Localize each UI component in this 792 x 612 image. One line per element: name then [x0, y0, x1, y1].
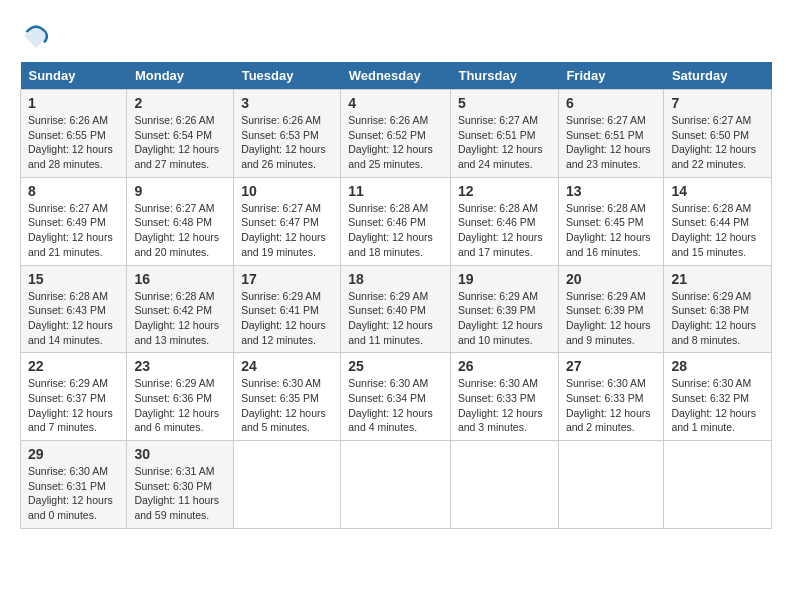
day-detail: Sunrise: 6:28 AM Sunset: 6:42 PM Dayligh…: [134, 289, 226, 348]
calendar-cell: 25Sunrise: 6:30 AM Sunset: 6:34 PM Dayli…: [341, 353, 451, 441]
day-detail: Sunrise: 6:28 AM Sunset: 6:43 PM Dayligh…: [28, 289, 119, 348]
page-header: [20, 20, 772, 52]
day-number: 8: [28, 183, 119, 199]
day-detail: Sunrise: 6:27 AM Sunset: 6:49 PM Dayligh…: [28, 201, 119, 260]
calendar-cell: 21Sunrise: 6:29 AM Sunset: 6:38 PM Dayli…: [664, 265, 772, 353]
calendar-cell: 18Sunrise: 6:29 AM Sunset: 6:40 PM Dayli…: [341, 265, 451, 353]
day-number: 19: [458, 271, 551, 287]
day-detail: Sunrise: 6:27 AM Sunset: 6:47 PM Dayligh…: [241, 201, 333, 260]
day-number: 16: [134, 271, 226, 287]
calendar-cell: 8Sunrise: 6:27 AM Sunset: 6:49 PM Daylig…: [21, 177, 127, 265]
day-number: 26: [458, 358, 551, 374]
day-detail: Sunrise: 6:28 AM Sunset: 6:46 PM Dayligh…: [458, 201, 551, 260]
day-detail: Sunrise: 6:29 AM Sunset: 6:37 PM Dayligh…: [28, 376, 119, 435]
day-detail: Sunrise: 6:30 AM Sunset: 6:32 PM Dayligh…: [671, 376, 764, 435]
day-detail: Sunrise: 6:29 AM Sunset: 6:39 PM Dayligh…: [458, 289, 551, 348]
day-detail: Sunrise: 6:29 AM Sunset: 6:40 PM Dayligh…: [348, 289, 443, 348]
day-number: 21: [671, 271, 764, 287]
calendar-cell: 14Sunrise: 6:28 AM Sunset: 6:44 PM Dayli…: [664, 177, 772, 265]
calendar-cell: [341, 441, 451, 529]
day-detail: Sunrise: 6:29 AM Sunset: 6:36 PM Dayligh…: [134, 376, 226, 435]
day-number: 2: [134, 95, 226, 111]
calendar-cell: 15Sunrise: 6:28 AM Sunset: 6:43 PM Dayli…: [21, 265, 127, 353]
calendar-cell: 17Sunrise: 6:29 AM Sunset: 6:41 PM Dayli…: [234, 265, 341, 353]
day-detail: Sunrise: 6:29 AM Sunset: 6:39 PM Dayligh…: [566, 289, 657, 348]
day-detail: Sunrise: 6:27 AM Sunset: 6:48 PM Dayligh…: [134, 201, 226, 260]
week-row-5: 29Sunrise: 6:30 AM Sunset: 6:31 PM Dayli…: [21, 441, 772, 529]
day-number: 13: [566, 183, 657, 199]
calendar-cell: 22Sunrise: 6:29 AM Sunset: 6:37 PM Dayli…: [21, 353, 127, 441]
day-detail: Sunrise: 6:29 AM Sunset: 6:41 PM Dayligh…: [241, 289, 333, 348]
day-number: 17: [241, 271, 333, 287]
day-number: 14: [671, 183, 764, 199]
calendar-cell: 6Sunrise: 6:27 AM Sunset: 6:51 PM Daylig…: [558, 90, 664, 178]
calendar-cell: 12Sunrise: 6:28 AM Sunset: 6:46 PM Dayli…: [450, 177, 558, 265]
header-day-monday: Monday: [127, 62, 234, 90]
day-number: 11: [348, 183, 443, 199]
header-row: SundayMondayTuesdayWednesdayThursdayFrid…: [21, 62, 772, 90]
calendar-body: 1Sunrise: 6:26 AM Sunset: 6:55 PM Daylig…: [21, 90, 772, 529]
day-detail: Sunrise: 6:28 AM Sunset: 6:45 PM Dayligh…: [566, 201, 657, 260]
day-number: 7: [671, 95, 764, 111]
day-detail: Sunrise: 6:30 AM Sunset: 6:33 PM Dayligh…: [566, 376, 657, 435]
day-number: 30: [134, 446, 226, 462]
calendar-cell: 24Sunrise: 6:30 AM Sunset: 6:35 PM Dayli…: [234, 353, 341, 441]
day-number: 25: [348, 358, 443, 374]
calendar-cell: 20Sunrise: 6:29 AM Sunset: 6:39 PM Dayli…: [558, 265, 664, 353]
day-number: 15: [28, 271, 119, 287]
calendar-cell: 27Sunrise: 6:30 AM Sunset: 6:33 PM Dayli…: [558, 353, 664, 441]
day-number: 4: [348, 95, 443, 111]
calendar-cell: [664, 441, 772, 529]
week-row-2: 8Sunrise: 6:27 AM Sunset: 6:49 PM Daylig…: [21, 177, 772, 265]
calendar-cell: 9Sunrise: 6:27 AM Sunset: 6:48 PM Daylig…: [127, 177, 234, 265]
day-detail: Sunrise: 6:31 AM Sunset: 6:30 PM Dayligh…: [134, 464, 226, 523]
calendar-cell: 28Sunrise: 6:30 AM Sunset: 6:32 PM Dayli…: [664, 353, 772, 441]
week-row-3: 15Sunrise: 6:28 AM Sunset: 6:43 PM Dayli…: [21, 265, 772, 353]
header-day-tuesday: Tuesday: [234, 62, 341, 90]
calendar-cell: 10Sunrise: 6:27 AM Sunset: 6:47 PM Dayli…: [234, 177, 341, 265]
day-number: 18: [348, 271, 443, 287]
day-detail: Sunrise: 6:30 AM Sunset: 6:31 PM Dayligh…: [28, 464, 119, 523]
day-detail: Sunrise: 6:27 AM Sunset: 6:51 PM Dayligh…: [566, 113, 657, 172]
logo: [20, 20, 56, 52]
day-number: 24: [241, 358, 333, 374]
header-day-friday: Friday: [558, 62, 664, 90]
day-number: 3: [241, 95, 333, 111]
header-day-saturday: Saturday: [664, 62, 772, 90]
calendar-cell: 30Sunrise: 6:31 AM Sunset: 6:30 PM Dayli…: [127, 441, 234, 529]
calendar-cell: [558, 441, 664, 529]
day-number: 1: [28, 95, 119, 111]
day-detail: Sunrise: 6:26 AM Sunset: 6:55 PM Dayligh…: [28, 113, 119, 172]
day-number: 20: [566, 271, 657, 287]
calendar-table: SundayMondayTuesdayWednesdayThursdayFrid…: [20, 62, 772, 529]
calendar-cell: [450, 441, 558, 529]
calendar-cell: 29Sunrise: 6:30 AM Sunset: 6:31 PM Dayli…: [21, 441, 127, 529]
calendar-cell: 2Sunrise: 6:26 AM Sunset: 6:54 PM Daylig…: [127, 90, 234, 178]
week-row-4: 22Sunrise: 6:29 AM Sunset: 6:37 PM Dayli…: [21, 353, 772, 441]
calendar-cell: 11Sunrise: 6:28 AM Sunset: 6:46 PM Dayli…: [341, 177, 451, 265]
calendar-cell: 13Sunrise: 6:28 AM Sunset: 6:45 PM Dayli…: [558, 177, 664, 265]
calendar-cell: 23Sunrise: 6:29 AM Sunset: 6:36 PM Dayli…: [127, 353, 234, 441]
calendar-cell: 1Sunrise: 6:26 AM Sunset: 6:55 PM Daylig…: [21, 90, 127, 178]
header-day-sunday: Sunday: [21, 62, 127, 90]
day-number: 29: [28, 446, 119, 462]
day-detail: Sunrise: 6:26 AM Sunset: 6:54 PM Dayligh…: [134, 113, 226, 172]
day-number: 6: [566, 95, 657, 111]
day-number: 5: [458, 95, 551, 111]
day-number: 23: [134, 358, 226, 374]
week-row-1: 1Sunrise: 6:26 AM Sunset: 6:55 PM Daylig…: [21, 90, 772, 178]
day-number: 22: [28, 358, 119, 374]
calendar-cell: 26Sunrise: 6:30 AM Sunset: 6:33 PM Dayli…: [450, 353, 558, 441]
calendar-cell: 7Sunrise: 6:27 AM Sunset: 6:50 PM Daylig…: [664, 90, 772, 178]
calendar-cell: 16Sunrise: 6:28 AM Sunset: 6:42 PM Dayli…: [127, 265, 234, 353]
calendar-cell: 4Sunrise: 6:26 AM Sunset: 6:52 PM Daylig…: [341, 90, 451, 178]
day-number: 9: [134, 183, 226, 199]
day-detail: Sunrise: 6:30 AM Sunset: 6:34 PM Dayligh…: [348, 376, 443, 435]
day-detail: Sunrise: 6:28 AM Sunset: 6:46 PM Dayligh…: [348, 201, 443, 260]
day-detail: Sunrise: 6:26 AM Sunset: 6:53 PM Dayligh…: [241, 113, 333, 172]
day-detail: Sunrise: 6:27 AM Sunset: 6:51 PM Dayligh…: [458, 113, 551, 172]
calendar-cell: [234, 441, 341, 529]
day-detail: Sunrise: 6:26 AM Sunset: 6:52 PM Dayligh…: [348, 113, 443, 172]
day-detail: Sunrise: 6:30 AM Sunset: 6:33 PM Dayligh…: [458, 376, 551, 435]
header-day-wednesday: Wednesday: [341, 62, 451, 90]
